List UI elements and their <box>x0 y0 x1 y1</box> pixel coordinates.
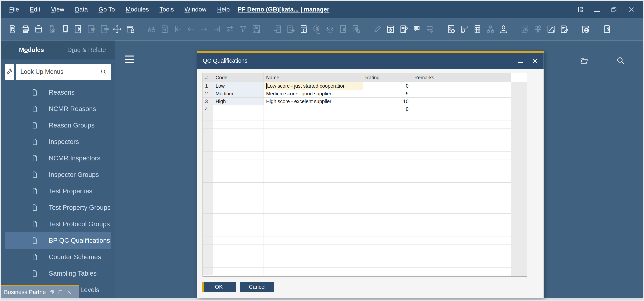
code-cell[interactable] <box>213 152 264 159</box>
remarks-cell[interactable] <box>412 105 511 113</box>
row-number-cell[interactable]: 1 <box>203 82 213 90</box>
page-layout-icon[interactable] <box>32 23 45 36</box>
code-cell[interactable] <box>213 113 264 121</box>
cancel-button[interactable]: Cancel <box>240 282 274 292</box>
lock-screen-icon[interactable] <box>124 23 137 36</box>
last-record-icon[interactable] <box>210 23 224 36</box>
row-number-cell[interactable] <box>203 152 213 159</box>
sales-analysis-icon[interactable] <box>544 23 558 36</box>
menu-go-to[interactable]: Go To <box>99 6 115 13</box>
approval-status-icon[interactable] <box>445 23 458 36</box>
remarks-cell[interactable] <box>412 136 511 144</box>
name-cell[interactable] <box>264 159 363 167</box>
remarks-cell[interactable] <box>412 175 511 183</box>
remarks-cell[interactable] <box>412 159 511 167</box>
code-cell[interactable] <box>213 237 264 244</box>
name-cell[interactable] <box>264 237 363 244</box>
gross-profit-icon[interactable] <box>324 23 336 36</box>
rating-cell[interactable] <box>363 159 412 167</box>
mobile-share-icon[interactable] <box>45 23 58 36</box>
code-cell[interactable] <box>213 244 264 252</box>
rating-cell[interactable]: 0 <box>363 105 412 113</box>
messages-icon[interactable] <box>410 23 423 36</box>
name-cell[interactable] <box>264 113 363 121</box>
rating-cell[interactable] <box>363 136 412 144</box>
column-header-remarks[interactable]: Remarks <box>412 73 511 82</box>
restore-icon[interactable] <box>49 289 54 295</box>
row-number-cell[interactable] <box>203 159 213 167</box>
dashboard-icon[interactable] <box>518 23 532 36</box>
remarks-cell[interactable] <box>412 260 511 268</box>
name-cell[interactable]: High score - excelent supplier <box>264 98 363 105</box>
rating-cell[interactable] <box>363 252 412 260</box>
menu-view[interactable]: View <box>51 6 64 13</box>
close-icon[interactable] <box>628 6 635 13</box>
name-cell[interactable]: Medium score - good supplier <box>264 90 363 98</box>
code-cell[interactable]: Low <box>213 82 264 90</box>
menu-modules[interactable]: Modules <box>126 6 149 13</box>
rating-cell[interactable] <box>363 129 412 136</box>
sidebar-item-ncmr-reasons[interactable]: NCMR Reasons <box>5 101 111 117</box>
rating-cell[interactable] <box>363 244 412 252</box>
code-cell[interactable] <box>213 221 264 229</box>
menu-file[interactable]: File <box>9 6 19 13</box>
remarks-cell[interactable] <box>412 237 511 244</box>
name-cell[interactable] <box>264 221 363 229</box>
dialog-minimize-icon[interactable] <box>518 62 523 63</box>
first-record-icon[interactable] <box>171 23 184 36</box>
sidebar-item-inspector-groups[interactable]: Inspector Groups <box>5 166 111 183</box>
help-icon[interactable] <box>600 23 614 36</box>
copy-document-icon[interactable] <box>58 23 71 36</box>
maximize-icon[interactable] <box>58 289 63 295</box>
row-number-cell[interactable] <box>203 244 213 252</box>
menu-search-box[interactable] <box>16 64 111 80</box>
price-lookup-icon[interactable] <box>350 23 362 36</box>
name-cell[interactable] <box>264 105 363 113</box>
rating-cell[interactable] <box>363 198 412 206</box>
row-number-cell[interactable] <box>203 237 213 244</box>
remarks-cell[interactable] <box>412 90 511 98</box>
name-cell[interactable] <box>264 214 363 221</box>
name-cell[interactable] <box>264 129 363 136</box>
name-cell[interactable] <box>264 260 363 268</box>
remarks-cell[interactable] <box>412 252 511 260</box>
code-cell[interactable] <box>213 121 264 129</box>
name-cell[interactable] <box>264 252 363 260</box>
code-cell[interactable] <box>213 175 264 183</box>
tab-modules[interactable]: Modules <box>19 46 44 54</box>
rating-cell[interactable] <box>363 214 412 221</box>
move-window-icon[interactable] <box>110 23 124 36</box>
row-number-cell[interactable] <box>203 198 213 206</box>
sidebar-item-bp-qc-qualifications[interactable]: BP QC Qualifications <box>5 232 111 249</box>
refresh-record-icon[interactable] <box>224 23 236 36</box>
code-cell[interactable] <box>213 268 264 275</box>
rating-cell[interactable]: 10 <box>363 98 412 105</box>
forward-message-icon[interactable] <box>423 23 436 36</box>
remarks-cell[interactable] <box>412 98 511 105</box>
print-preview-icon[interactable] <box>6 23 19 36</box>
remarks-cell[interactable] <box>412 144 511 152</box>
dialog-title-bar[interactable]: QC Qualifications <box>197 53 544 69</box>
row-number-cell[interactable]: 3 <box>203 98 213 105</box>
document-history-icon[interactable] <box>297 23 310 36</box>
calculator-icon[interactable] <box>471 23 484 36</box>
row-number-cell[interactable] <box>203 144 213 152</box>
rating-cell[interactable] <box>363 175 412 183</box>
add-record-icon[interactable] <box>158 23 171 36</box>
row-number-cell[interactable] <box>203 252 213 260</box>
name-cell[interactable] <box>264 167 363 175</box>
web-client-icon[interactable] <box>579 23 592 36</box>
name-cell[interactable] <box>264 136 363 144</box>
document-tools-icon[interactable] <box>397 23 410 36</box>
rating-cell[interactable] <box>363 268 412 275</box>
document-currency-icon[interactable] <box>336 23 350 36</box>
minimize-icon[interactable] <box>594 11 600 12</box>
code-cell[interactable]: High <box>213 98 264 105</box>
export-pdf-icon[interactable] <box>98 23 110 36</box>
row-number-cell[interactable] <box>203 206 213 214</box>
form-settings-icon[interactable] <box>384 23 397 36</box>
remarks-cell[interactable] <box>412 244 511 252</box>
rating-cell[interactable] <box>363 229 412 237</box>
code-cell[interactable] <box>213 129 264 136</box>
column-header-name[interactable]: Name <box>264 73 363 82</box>
